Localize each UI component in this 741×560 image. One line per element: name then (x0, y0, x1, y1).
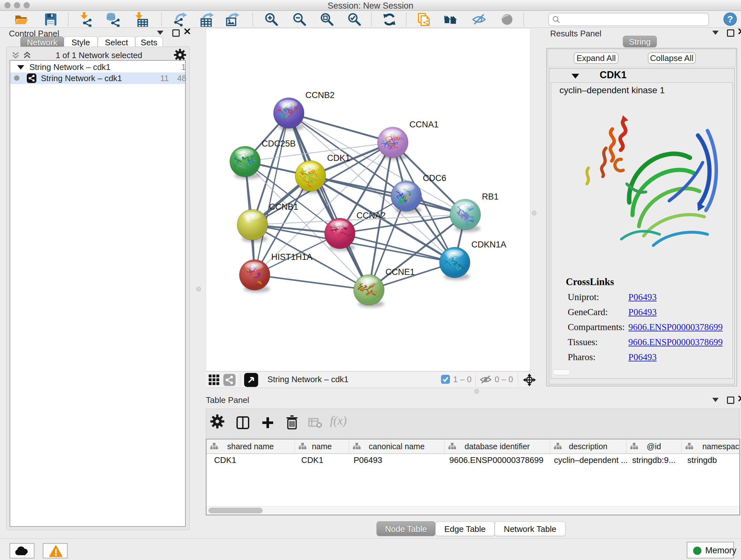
network-node-CDK1[interactable] (295, 161, 326, 193)
tab-style[interactable]: Style (64, 37, 98, 48)
node-table[interactable]: shared namenamecanonical namedatabase id… (206, 439, 740, 515)
open-file-button[interactable] (14, 12, 29, 27)
table-cell[interactable]: P06493 (354, 455, 382, 465)
network-node-CCNB2[interactable] (271, 98, 304, 131)
tab-select[interactable]: Select (98, 37, 135, 48)
import-table-file-button[interactable] (134, 12, 149, 27)
table-cell[interactable]: CDK1 (301, 455, 323, 465)
results-panel-float-icon[interactable] (727, 29, 734, 37)
crosslink-value[interactable]: P06493 (628, 352, 657, 362)
column-header-name[interactable]: name (295, 439, 349, 453)
control-panel-float-icon[interactable] (172, 29, 180, 37)
results-panel-close-icon[interactable]: ✕ (737, 28, 741, 35)
tab-network[interactable]: Network (20, 37, 64, 48)
refresh-button[interactable] (382, 12, 397, 27)
column-header-database-identifier[interactable]: database identifier (445, 439, 550, 453)
crosslinks-title: CrossLinks (566, 276, 614, 288)
crosslink-value[interactable]: 9606.ENSP00000378699 (628, 322, 723, 332)
zoom-in-button[interactable] (264, 12, 279, 27)
collapse-all-button[interactable]: Collapse All (648, 52, 696, 64)
tab-sets[interactable]: Sets (135, 37, 163, 48)
column-header-description[interactable]: description (550, 439, 626, 453)
import-network-database-button[interactable] (106, 12, 121, 27)
table-cell[interactable]: 9606.ENSP00000378699 (449, 455, 543, 465)
gene-section-collapse-icon[interactable] (571, 74, 579, 78)
tab-string[interactable]: String (623, 36, 657, 47)
tab-network-table[interactable]: Network Table (495, 521, 565, 536)
table-panel-close-icon[interactable]: ✕ (737, 395, 741, 402)
import-network-file-button[interactable] (79, 12, 94, 27)
warning-status-button[interactable] (43, 543, 68, 558)
selected-checkbox-icon[interactable] (441, 375, 450, 384)
table-cell[interactable]: stringdb (687, 455, 717, 465)
delete-column-icon[interactable] (285, 415, 299, 429)
memory-button[interactable]: Memory (687, 542, 734, 558)
network-edge[interactable] (289, 113, 393, 142)
table-cell[interactable]: CDK1 (214, 455, 236, 465)
network-edge[interactable] (255, 275, 369, 290)
tree-expand-icon[interactable] (17, 65, 24, 70)
open-in-window-icon[interactable] (244, 373, 258, 387)
zoom-out-button[interactable] (292, 12, 307, 27)
results-panel-collapse-icon[interactable] (712, 30, 719, 35)
hide-selected-button[interactable] (472, 12, 486, 27)
table-panel-collapse-icon[interactable] (712, 398, 719, 402)
network-edge[interactable] (289, 113, 369, 290)
table-hscrollbar[interactable] (206, 506, 739, 515)
help-button[interactable]: ? (723, 12, 737, 26)
network-node-HIST1H1A[interactable] (239, 260, 270, 293)
table-cell[interactable]: stringdb:9... (632, 455, 676, 465)
crosslink-value[interactable]: 9606.ENSP00000378699 (628, 337, 723, 348)
column-header--id[interactable]: @id (626, 439, 682, 453)
results-hscroll-thumb[interactable] (552, 369, 570, 375)
fit-selected-crosshair-icon[interactable] (522, 373, 536, 387)
expand-all-tree-icon[interactable] (22, 51, 32, 60)
home-button[interactable] (443, 12, 458, 27)
column-header-canonical-name[interactable]: canonical name (349, 439, 445, 453)
table-panel-float-icon[interactable] (727, 396, 734, 404)
table-cell[interactable]: cyclin–dependent ... (554, 455, 628, 465)
table-hscroll-thumb[interactable] (208, 508, 263, 513)
column-header-shared-name[interactable]: shared name (206, 439, 295, 453)
export-network-button[interactable] (172, 12, 187, 27)
network-node-CCNE1[interactable] (349, 274, 384, 307)
tab-node-table[interactable]: Node Table (377, 521, 435, 536)
add-column-icon[interactable] (261, 416, 274, 429)
show-all-button[interactable] (500, 12, 515, 27)
export-table-button[interactable] (199, 12, 214, 27)
network-options-gear-icon[interactable] (174, 49, 186, 61)
network-node-CCNA2[interactable] (325, 218, 355, 251)
node-label-CCNA1: CCNA1 (409, 120, 439, 129)
splitter-handle-right[interactable] (532, 211, 536, 215)
zoom-selected-button[interactable] (347, 12, 362, 27)
tab-edge-table[interactable]: Edge Table (435, 521, 495, 536)
splitter-handle-bottom[interactable] (474, 389, 479, 394)
network-node-CCNB1[interactable] (237, 209, 268, 242)
splitter-handle-left[interactable] (196, 287, 201, 292)
search-input[interactable] (548, 13, 709, 26)
table-settings-gear-icon[interactable] (210, 414, 225, 429)
duplicate-network-button[interactable] (417, 12, 431, 27)
network-node-CCNA1[interactable] (378, 127, 408, 160)
network-node-CDC25B[interactable] (227, 146, 260, 179)
network-node-count: 11 (160, 73, 169, 83)
network-edge[interactable] (255, 113, 289, 275)
control-panel-collapse-icon[interactable] (157, 30, 163, 35)
cloud-status-button[interactable] (10, 543, 35, 558)
zoom-fit-button[interactable] (320, 12, 334, 27)
save-session-button[interactable] (44, 12, 58, 27)
network-row[interactable]: String Network – cdk1 11 48 (10, 72, 185, 84)
collapse-all-tree-icon[interactable] (11, 51, 20, 60)
network-collection-row[interactable]: String Network – cdk1 1 (10, 62, 185, 72)
network-share-badge-icon[interactable] (223, 374, 235, 386)
expand-all-button[interactable]: Expand All (574, 52, 618, 64)
crosslink-value[interactable]: P06493 (628, 292, 657, 302)
crosslink-value[interactable]: P06493 (628, 307, 657, 317)
export-image-button[interactable] (225, 12, 239, 27)
control-panel-close-icon[interactable]: ✕ (183, 28, 191, 35)
birds-eye-view-icon[interactable] (208, 374, 220, 386)
hidden-eye-icon[interactable] (480, 374, 492, 385)
network-node-CDKN1A[interactable] (440, 247, 470, 280)
show-columns-icon[interactable] (236, 416, 250, 429)
column-header-namespace[interactable]: namespace (682, 439, 740, 453)
